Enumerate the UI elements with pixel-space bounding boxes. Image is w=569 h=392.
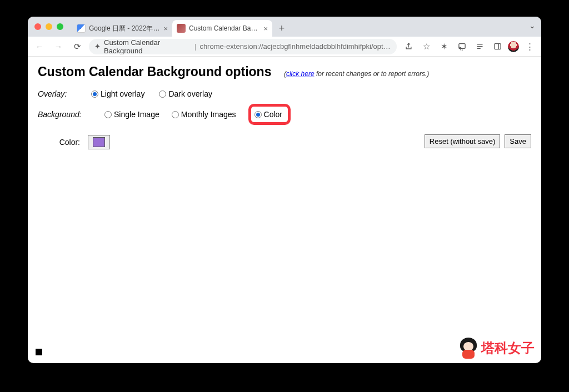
radio-label: Color (264, 110, 282, 119)
radio-icon (159, 91, 166, 98)
tab-title: Custom Calendar Background × (189, 24, 260, 32)
reset-button[interactable]: Reset (without save) (425, 134, 501, 148)
changes-note: (click here for recent changes or to rep… (284, 70, 429, 78)
toolbar-actions: ☆ ✶ ⋮ (401, 39, 537, 54)
background-option-row: Background: Single Image Monthly Images … (38, 104, 531, 125)
overlay-dark-radio[interactable]: Dark overlay (159, 89, 212, 98)
close-tab-icon[interactable]: × (263, 24, 268, 33)
browser-window: Google 日曆 - 2022年4月 × Custom Calendar Ba… (28, 17, 541, 363)
color-swatch-button[interactable] (88, 135, 110, 149)
chrome-menu-icon[interactable]: ⋮ (522, 39, 537, 54)
extensions-icon[interactable]: ✶ (437, 39, 451, 54)
close-window-button[interactable] (34, 23, 41, 30)
recent-changes-link[interactable]: click here (286, 70, 315, 78)
calendar-favicon-icon (77, 24, 86, 33)
overlay-light-radio[interactable]: Light overlay (91, 89, 144, 98)
radio-icon (172, 111, 179, 118)
radio-icon (91, 91, 98, 98)
watermark-girl-icon (459, 338, 478, 359)
watermark-text: 塔科女子 (481, 339, 535, 357)
radio-icon (254, 111, 262, 118)
background-label: Background: (38, 110, 91, 119)
side-panel-icon[interactable] (490, 39, 505, 54)
close-tab-icon[interactable]: × (163, 24, 168, 33)
omnibox-extension-name: Custom Calendar Background (104, 39, 191, 54)
forward-button[interactable]: → (51, 39, 66, 54)
new-tab-button[interactable]: + (274, 21, 289, 36)
tab-google-calendar[interactable]: Google 日曆 - 2022年4月 × (72, 20, 172, 37)
tab-extension-options[interactable]: Custom Calendar Background × × (172, 20, 272, 37)
reload-button[interactable]: ⟳ (70, 39, 84, 54)
profile-avatar[interactable] (508, 41, 519, 52)
minimize-window-button[interactable] (46, 23, 52, 30)
overlay-label: Overlay: (38, 89, 91, 98)
radio-label: Single Image (114, 110, 159, 119)
omnibox-separator: | (194, 42, 196, 51)
radio-label: Dark overlay (168, 89, 212, 98)
tab-strip: Google 日曆 - 2022年4月 × Custom Calendar Ba… (28, 17, 541, 37)
watermark: 塔科女子 (459, 338, 535, 359)
color-label: Color: (38, 138, 88, 147)
background-monthly-radio[interactable]: Monthly Images (172, 110, 236, 119)
share-icon[interactable] (401, 39, 416, 54)
svg-rect-1 (494, 44, 500, 49)
options-page: Custom Calendar Background options (clic… (28, 57, 541, 363)
radio-icon (104, 111, 112, 118)
tab-list-chevron-icon[interactable]: ⌄ (529, 21, 536, 30)
svg-rect-0 (458, 44, 465, 49)
color-swatch-preview (93, 137, 105, 147)
page-title: Custom Calendar Background options (38, 64, 271, 79)
color-option-highlight: Color (248, 104, 291, 125)
background-single-radio[interactable]: Single Image (104, 110, 159, 119)
tab-title: Google 日曆 - 2022年4月 (89, 24, 160, 33)
reading-list-icon[interactable] (472, 39, 487, 54)
back-button[interactable]: ← (32, 39, 47, 54)
unknown-black-square (36, 349, 42, 355)
browser-toolbar: ← → ⟳ ✦ Custom Calendar Background | chr… (28, 37, 541, 57)
overlay-option-row: Overlay: Light overlay Dark overlay (38, 89, 531, 98)
bookmark-star-icon[interactable]: ☆ (419, 39, 433, 54)
action-buttons: Reset (without save) Save (425, 134, 531, 148)
extension-favicon-icon (177, 24, 186, 33)
address-bar[interactable]: ✦ Custom Calendar Background | chrome-ex… (89, 39, 397, 54)
cast-icon[interactable] (455, 39, 469, 54)
window-controls (32, 17, 67, 37)
maximize-window-button[interactable] (57, 23, 63, 30)
save-button[interactable]: Save (505, 134, 531, 148)
radio-label: Light overlay (101, 89, 144, 98)
omnibox-url: chrome-extension://acjecbgflnhmeldadcbbl… (199, 42, 391, 51)
radio-label: Monthly Images (181, 110, 236, 119)
extension-puzzle-icon: ✦ (94, 42, 101, 51)
background-color-radio[interactable]: Color (254, 110, 282, 119)
